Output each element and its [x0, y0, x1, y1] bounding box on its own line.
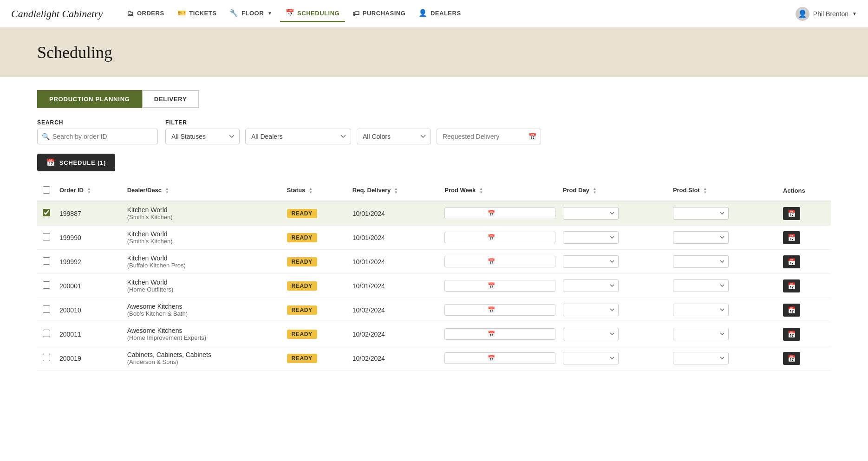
prod-week-input-3[interactable]	[449, 282, 486, 289]
row-checkbox-0[interactable]	[43, 209, 50, 216]
tab-production-planning[interactable]: PRODUCTION PLANNING	[37, 90, 142, 108]
row-dealer-desc: Awesome Kitchens (Bob's Kitchen & Bath)	[124, 298, 283, 322]
row-checkbox-3[interactable]	[43, 281, 50, 289]
search-input[interactable]	[37, 129, 158, 144]
dealers-filter[interactable]: All Dealers Kitchen World Awesome Kitche…	[245, 129, 351, 144]
prod-slot-select-2[interactable]: AM PM	[673, 255, 729, 268]
row-action-calendar-btn-6[interactable]: 📅	[783, 352, 800, 365]
tickets-icon: 🎫	[177, 9, 187, 17]
select-all-checkbox[interactable]	[43, 186, 50, 194]
nav-item-floor[interactable]: 🔧 FLOOR ▼	[224, 5, 278, 22]
th-prod-slot[interactable]: Prod Slot ▲▼	[669, 181, 779, 201]
row-checkbox-2[interactable]	[43, 257, 50, 265]
row-prod-slot[interactable]: AM PM	[669, 201, 779, 226]
th-prod-day[interactable]: Prod Day ▲▼	[559, 181, 669, 201]
row-prod-slot[interactable]: AM PM	[669, 346, 779, 370]
prod-day-select-6[interactable]: Monday Tuesday Wednesday Thursday Friday	[563, 352, 619, 364]
prod-day-select-5[interactable]: Monday Tuesday Wednesday Thursday Friday	[563, 328, 619, 340]
row-checkbox-cell	[37, 226, 56, 250]
row-order-id: 200010	[56, 298, 124, 322]
row-prod-slot[interactable]: AM PM	[669, 298, 779, 322]
row-prod-week[interactable]: 📅	[441, 226, 559, 250]
th-status[interactable]: Status ▲▼	[283, 181, 349, 201]
row-order-id: 199887	[56, 201, 124, 226]
th-req-delivery[interactable]: Req. Delivery ▲▼	[349, 181, 441, 201]
row-action-calendar-btn-0[interactable]: 📅	[783, 207, 800, 220]
th-prod-week[interactable]: Prod Week ▲▼	[441, 181, 559, 201]
row-prod-day[interactable]: Monday Tuesday Wednesday Thursday Friday	[559, 201, 669, 226]
nav-item-dealers[interactable]: 👤 DEALERS	[413, 5, 466, 22]
prod-week-calendar-icon[interactable]: 📅	[488, 355, 495, 362]
row-action-calendar-btn-3[interactable]: 📅	[783, 279, 800, 292]
requested-delivery-filter[interactable]	[437, 129, 541, 144]
th-order-id[interactable]: Order ID ▲▼	[56, 181, 124, 201]
prod-week-calendar-icon[interactable]: 📅	[488, 258, 495, 265]
prod-slot-select-3[interactable]: AM PM	[673, 279, 729, 292]
row-actions: 📅	[779, 250, 831, 274]
row-prod-week[interactable]: 📅	[441, 274, 559, 298]
prod-week-input-0[interactable]	[449, 210, 486, 217]
table-row: 200001 Kitchen World (Home Outfitters) R…	[37, 274, 831, 298]
row-prod-day[interactable]: Monday Tuesday Wednesday Thursday Friday	[559, 346, 669, 370]
row-dealer-desc: Kitchen World (Smith's Kitchen)	[124, 201, 283, 226]
prod-week-calendar-icon[interactable]: 📅	[488, 331, 495, 338]
brand-logo[interactable]: Candlelight Cabinetry	[11, 8, 103, 20]
prod-day-select-0[interactable]: Monday Tuesday Wednesday Thursday Friday	[563, 207, 619, 220]
row-prod-day[interactable]: Monday Tuesday Wednesday Thursday Friday	[559, 226, 669, 250]
prod-slot-select-6[interactable]: AM PM	[673, 352, 729, 364]
prod-week-calendar-icon[interactable]: 📅	[488, 234, 495, 241]
nav-item-orders[interactable]: 🗂 ORDERS	[121, 5, 170, 22]
prod-day-select-2[interactable]: Monday Tuesday Wednesday Thursday Friday	[563, 255, 619, 268]
row-checkbox-5[interactable]	[43, 330, 50, 337]
row-action-calendar-btn-1[interactable]: 📅	[783, 231, 800, 244]
status-filter[interactable]: All Statuses Ready In Progress Completed	[165, 129, 240, 144]
row-prod-week[interactable]: 📅	[441, 250, 559, 274]
nav-item-tickets[interactable]: 🎫 TICKETS	[172, 5, 222, 22]
user-name: Phil Brenton	[813, 10, 848, 18]
row-action-calendar-btn-5[interactable]: 📅	[783, 328, 800, 341]
row-prod-week[interactable]: 📅	[441, 322, 559, 346]
nav-label-floor: FLOOR	[241, 10, 264, 17]
row-prod-slot[interactable]: AM PM	[669, 226, 779, 250]
prod-week-input-2[interactable]	[449, 258, 486, 265]
user-menu[interactable]: 👤 Phil Brenton ▼	[796, 7, 857, 21]
sort-dealer-desc: ▲▼	[165, 187, 169, 195]
row-prod-week[interactable]: 📅	[441, 298, 559, 322]
prod-day-select-1[interactable]: Monday Tuesday Wednesday Thursday Friday	[563, 231, 619, 244]
prod-slot-select-1[interactable]: AM PM	[673, 231, 729, 244]
search-label: SEARCH	[37, 119, 158, 126]
row-prod-slot[interactable]: AM PM	[669, 250, 779, 274]
row-checkbox-1[interactable]	[43, 233, 50, 240]
prod-week-input-5[interactable]	[449, 331, 486, 338]
prod-day-select-3[interactable]: Monday Tuesday Wednesday Thursday Friday	[563, 279, 619, 292]
row-checkbox-6[interactable]	[43, 354, 50, 361]
prod-day-select-4[interactable]: Monday Tuesday Wednesday Thursday Friday	[563, 304, 619, 316]
row-prod-day[interactable]: Monday Tuesday Wednesday Thursday Friday	[559, 274, 669, 298]
row-prod-slot[interactable]: AM PM	[669, 322, 779, 346]
row-checkbox-cell	[37, 201, 56, 226]
nav-item-purchasing[interactable]: 🏷 PURCHASING	[347, 5, 411, 22]
row-action-calendar-btn-2[interactable]: 📅	[783, 255, 800, 268]
nav-item-scheduling[interactable]: 📅 SCHEDULING	[280, 5, 346, 22]
row-prod-day[interactable]: Monday Tuesday Wednesday Thursday Friday	[559, 298, 669, 322]
row-prod-week[interactable]: 📅	[441, 201, 559, 226]
schedule-button[interactable]: 📅 SCHEDULE (1)	[37, 154, 115, 171]
prod-week-calendar-icon[interactable]: 📅	[488, 306, 495, 313]
row-prod-day[interactable]: Monday Tuesday Wednesday Thursday Friday	[559, 322, 669, 346]
row-prod-slot[interactable]: AM PM	[669, 274, 779, 298]
prod-week-calendar-icon[interactable]: 📅	[488, 282, 495, 289]
row-prod-day[interactable]: Monday Tuesday Wednesday Thursday Friday	[559, 250, 669, 274]
prod-slot-select-4[interactable]: AM PM	[673, 304, 729, 316]
tab-delivery[interactable]: DELIVERY	[142, 90, 199, 108]
prod-slot-select-0[interactable]: AM PM	[673, 207, 729, 220]
prod-week-input-6[interactable]	[449, 355, 486, 362]
row-checkbox-4[interactable]	[43, 305, 50, 313]
colors-filter[interactable]: All Colors White Gray Brown Black	[357, 129, 431, 144]
th-dealer-desc[interactable]: Dealer/Desc ▲▼	[124, 181, 283, 201]
prod-week-input-4[interactable]	[449, 306, 486, 313]
prod-week-calendar-icon[interactable]: 📅	[488, 210, 495, 217]
prod-slot-select-5[interactable]: AM PM	[673, 328, 729, 340]
prod-week-input-1[interactable]	[449, 234, 486, 241]
row-action-calendar-btn-4[interactable]: 📅	[783, 304, 800, 317]
row-prod-week[interactable]: 📅	[441, 346, 559, 370]
